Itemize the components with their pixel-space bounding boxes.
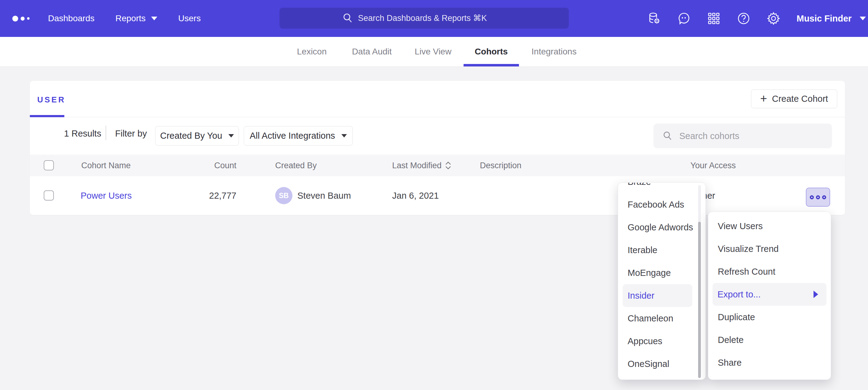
feedback-bubble-icon[interactable]	[677, 11, 691, 26]
workspace-switcher[interactable]: Music Finder	[797, 0, 866, 37]
menu-item-delete[interactable]: Delete	[708, 328, 831, 351]
results-count: 1 Results	[64, 129, 101, 139]
column-header-your-access: Your Access	[690, 155, 736, 176]
create-cohort-button[interactable]: + Create Cohort	[751, 90, 837, 108]
search-icon	[663, 131, 673, 141]
cohort-count: 22,777	[181, 176, 237, 215]
data-management-icon[interactable]	[647, 11, 661, 26]
settings-gear-icon[interactable]	[767, 11, 781, 26]
cohort-type-header: USER + Create Cohort	[30, 81, 845, 117]
menu-item-insider[interactable]: Insider	[623, 284, 692, 307]
menu-item-export-to[interactable]: Export to...	[713, 283, 827, 306]
integrations-filter-label: All Active Integrations	[250, 131, 335, 141]
nav-item-reports[interactable]: Reports	[116, 13, 157, 23]
cohort-name-link[interactable]: Power Users	[81, 176, 132, 215]
tab-lexicon[interactable]: Lexicon	[297, 37, 327, 66]
section-tab-bar: Lexicon Data Audit Live View Cohorts Int…	[0, 37, 868, 67]
menu-item-chameleon[interactable]: Chameleon	[618, 307, 706, 330]
row-checkbox[interactable]	[44, 190, 54, 200]
last-modified-date: Jan 6, 2021	[392, 176, 439, 215]
menu-item-onesignal[interactable]: OneSignal	[618, 353, 706, 375]
workspace-name: Music Finder	[797, 13, 852, 24]
top-nav-bar: Dashboards Reports Users Music Finder	[0, 0, 868, 37]
chevron-down-icon	[860, 17, 866, 20]
divider	[105, 126, 106, 140]
cohort-search-bar[interactable]	[653, 124, 832, 148]
nav-item-users[interactable]: Users	[178, 13, 201, 23]
column-header-cohort-name: Cohort Name	[81, 155, 131, 176]
cohort-search-input[interactable]	[679, 131, 815, 141]
global-search-bar[interactable]	[279, 8, 569, 29]
menu-item-iterable[interactable]: Iterable	[618, 239, 706, 261]
global-search-input[interactable]	[358, 13, 506, 23]
column-header-count: Count	[181, 155, 237, 176]
tab-data-audit[interactable]: Data Audit	[352, 37, 392, 66]
submenu-arrow-icon	[813, 291, 818, 298]
logo-dot-medium	[21, 17, 25, 21]
created-by-filter-label: Created By You	[160, 131, 222, 141]
select-all-checkbox[interactable]	[44, 160, 54, 170]
export-destinations-submenu: Braze Facebook Ads Google Adwords Iterab…	[618, 183, 706, 380]
menu-item-braze[interactable]: Braze	[618, 183, 706, 193]
ellipsis-dot	[822, 195, 826, 199]
menu-item-google-adwords[interactable]: Google Adwords	[618, 216, 706, 239]
table-row: Power Users 22,777 SB Steven Baum Jan 6,…	[30, 176, 845, 215]
created-by-name: Steven Baum	[297, 176, 351, 215]
menu-item-visualize-trend[interactable]: Visualize Trend	[708, 237, 831, 260]
column-header-last-modified: Last Modified	[392, 155, 442, 176]
help-icon[interactable]	[737, 11, 751, 26]
plus-icon: +	[760, 93, 767, 104]
user-tab-underline	[30, 115, 64, 117]
filter-by-label: Filter by	[115, 129, 147, 139]
tab-integrations[interactable]: Integrations	[532, 37, 577, 66]
create-cohort-label: Create Cohort	[772, 94, 828, 104]
chevron-down-icon	[228, 134, 234, 137]
scrollbar-thumb[interactable]	[698, 222, 701, 378]
chevron-down-icon	[151, 17, 157, 20]
tab-live-view[interactable]: Live View	[414, 37, 451, 66]
column-header-created-by: Created By	[275, 155, 317, 176]
nav-item-dashboards[interactable]: Dashboards	[48, 13, 94, 23]
menu-item-share[interactable]: Share	[708, 351, 831, 374]
tab-user-cohorts[interactable]: USER	[37, 95, 66, 105]
chevron-down-icon	[341, 134, 347, 137]
avatar: SB	[275, 187, 292, 204]
nav-dashboards-label: Dashboards	[48, 13, 94, 23]
menu-item-facebook-ads[interactable]: Facebook Ads	[618, 193, 706, 216]
row-actions-menu: View Users Visualize Trend Refresh Count…	[708, 212, 831, 380]
ellipsis-dot	[810, 195, 814, 199]
mixpanel-logo-dots-icon[interactable]	[12, 0, 30, 37]
nav-reports-label: Reports	[116, 13, 146, 23]
menu-item-view-users[interactable]: View Users	[708, 215, 831, 237]
cohorts-panel: USER + Create Cohort 1 Results Filter by…	[30, 81, 845, 215]
logo-dot-large	[12, 16, 18, 22]
logo-dot-small	[27, 17, 30, 20]
row-actions-button[interactable]	[806, 188, 830, 207]
active-tab-underline	[464, 64, 519, 66]
ellipsis-dot	[816, 195, 820, 199]
filter-bar: 1 Results Filter by Created By You All A…	[30, 117, 845, 155]
nav-users-label: Users	[178, 13, 201, 23]
menu-item-duplicate[interactable]: Duplicate	[708, 306, 831, 328]
tab-cohorts[interactable]: Cohorts	[475, 37, 507, 66]
menu-item-moengage[interactable]: MoEngage	[618, 261, 706, 284]
menu-item-refresh-count[interactable]: Refresh Count	[708, 260, 831, 283]
column-header-description: Description	[480, 155, 521, 176]
integrations-filter-dropdown[interactable]: All Active Integrations	[244, 126, 353, 145]
menu-item-appcues[interactable]: Appcues	[618, 330, 706, 353]
table-header-row: Cohort Name Count Created By Last Modifi…	[30, 155, 845, 176]
export-to-label: Export to...	[717, 289, 761, 300]
apps-grid-icon[interactable]	[707, 11, 721, 26]
sort-icon[interactable]	[445, 161, 452, 171]
search-icon	[343, 13, 353, 23]
created-by-filter-dropdown[interactable]: Created By You	[155, 126, 239, 145]
